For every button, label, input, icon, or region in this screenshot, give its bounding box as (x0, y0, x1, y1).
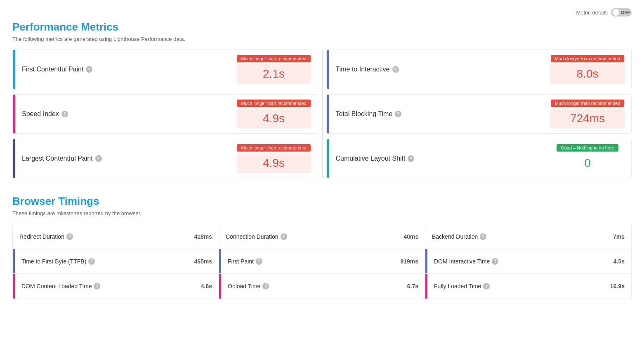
metric-card-time-to-interactive: Time to Interactive?Much longer than rec… (326, 50, 632, 89)
metric-value-first-contentful-paint: 2.1s (263, 67, 285, 80)
timing-help-icon[interactable]: ? (483, 283, 490, 289)
metric-label-time-to-interactive: Time to Interactive? (336, 66, 547, 73)
timing-help-icon[interactable]: ? (256, 258, 262, 265)
timing-col-2: Backend Duration?7msDOM Interactive Time… (425, 224, 631, 299)
metric-value-area-largest-contentful-paint: Much longer than recommended4.9s (237, 144, 311, 173)
browser-timings-title: Browser Timings (12, 195, 632, 208)
timing-value: 40ms (403, 233, 418, 240)
metric-card-content: Time to Interactive?Much longer than rec… (329, 50, 632, 89)
metric-value-box-largest-contentful-paint: 4.9s (237, 153, 311, 173)
timing-help-icon[interactable]: ? (88, 258, 95, 265)
timing-value: 465ms (194, 258, 212, 265)
timing-help-icon[interactable]: ? (94, 283, 100, 289)
metric-help-speed-index[interactable]: ? (61, 111, 68, 117)
metric-value-total-blocking-time: 724ms (570, 112, 605, 125)
timing-help-icon[interactable]: ? (480, 233, 486, 240)
timing-label: Onload Time? (228, 283, 404, 289)
metric-card-content: Cumulative Layout Shift?Good – Nothing t… (329, 139, 632, 178)
metric-value-box-cumulative-layout-shift: 0 (550, 153, 625, 173)
timing-label: First Paint? (228, 258, 397, 265)
metric-card-speed-index: Speed Index?Much longer than recommended… (12, 94, 318, 134)
timings-wrapper: Redirect Duration?418msTime to First Byt… (12, 224, 632, 299)
metric-value-area-first-contentful-paint: Much longer than recommended2.1s (237, 55, 311, 84)
metric-badge-largest-contentful-paint: Much longer than recommended (237, 144, 310, 152)
metric-value-area-time-to-interactive: Much longer than recommended8.0s (550, 55, 625, 84)
timing-value: 7ms (613, 233, 625, 240)
timing-row: Fully Loaded Time?16.9s (425, 274, 631, 299)
metric-label-cumulative-layout-shift: Cumulative Layout Shift? (336, 155, 547, 162)
timing-label: Redirect Duration? (19, 233, 191, 240)
timing-row: DOM Content Loaded Time?4.6s (13, 274, 219, 299)
metric-details-row: Metric details OFF (12, 8, 632, 17)
performance-grid: First Contentful Paint?Much longer than … (12, 50, 632, 178)
timing-value: 6.7s (407, 283, 418, 289)
metric-details-toggle[interactable]: OFF (611, 8, 632, 17)
metric-help-cumulative-layout-shift[interactable]: ? (408, 155, 414, 162)
metric-card-content: Largest Contentful Paint?Much longer tha… (15, 139, 318, 178)
metric-value-box-time-to-interactive: 8.0s (550, 64, 625, 84)
page-container: Metric details OFF Performance Metrics T… (12, 8, 632, 299)
metric-card-largest-contentful-paint: Largest Contentful Paint?Much longer tha… (12, 139, 318, 178)
metric-value-area-total-blocking-time: Much longer than recommended724ms (550, 100, 625, 128)
timing-label: Backend Duration? (432, 233, 610, 240)
timing-row: Backend Duration?7ms (425, 224, 631, 249)
timing-help-icon[interactable]: ? (262, 283, 269, 289)
metric-label-first-contentful-paint: First Contentful Paint? (22, 66, 233, 73)
performance-metrics-section: Performance Metrics The following metric… (12, 21, 632, 178)
timing-label: Time to First Byte (TTFB)? (21, 258, 191, 265)
browser-timings-subtitle: These timings are milestones reported by… (12, 210, 632, 216)
metric-label-largest-contentful-paint: Largest Contentful Paint? (22, 155, 233, 162)
perf-col-right: Time to Interactive?Much longer than rec… (326, 50, 632, 178)
timing-help-icon[interactable]: ? (492, 258, 498, 265)
metric-label-speed-index: Speed Index? (22, 110, 233, 118)
timing-row: Time to First Byte (TTFB)?465ms (13, 249, 219, 274)
metric-value-speed-index: 4.9s (263, 112, 285, 125)
perf-col-left: First Contentful Paint?Much longer than … (12, 50, 318, 178)
metric-card-first-contentful-paint: First Contentful Paint?Much longer than … (12, 50, 318, 89)
timing-label: Connection Duration? (226, 233, 400, 240)
metric-value-time-to-interactive: 8.0s (577, 67, 599, 80)
metric-details-label: Metric details (576, 9, 608, 16)
metric-badge-speed-index: Much longer than recommended (237, 100, 310, 107)
timing-col-0: Redirect Duration?418msTime to First Byt… (13, 224, 219, 299)
metric-badge-time-to-interactive: Much longer than recommended (551, 55, 624, 62)
timing-value: 819ms (400, 258, 418, 265)
timing-row: Onload Time?6.7s (219, 274, 425, 299)
metric-card-content: First Contentful Paint?Much longer than … (15, 50, 318, 89)
metric-help-first-contentful-paint[interactable]: ? (86, 66, 92, 73)
metric-label-total-blocking-time: Total Blocking Time? (336, 110, 547, 118)
metric-badge-cumulative-layout-shift: Good – Nothing to do here (557, 144, 618, 152)
timing-col-1: Connection Duration?40msFirst Paint?819m… (219, 224, 425, 299)
timing-value: 16.9s (610, 283, 625, 289)
metric-value-largest-contentful-paint: 4.9s (263, 157, 285, 169)
timing-value: 4.5s (613, 258, 625, 265)
metric-card-cumulative-layout-shift: Cumulative Layout Shift?Good – Nothing t… (326, 139, 632, 178)
metric-value-area-speed-index: Much longer than recommended4.9s (237, 100, 311, 128)
browser-timings-section: Browser Timings These timings are milest… (12, 195, 632, 299)
toggle-off-label: OFF (621, 10, 630, 15)
metric-badge-first-contentful-paint: Much longer than recommended (237, 55, 310, 62)
metric-help-largest-contentful-paint[interactable]: ? (95, 155, 102, 162)
metric-value-box-total-blocking-time: 724ms (550, 109, 625, 128)
timing-row: Connection Duration?40ms (219, 224, 425, 249)
timing-value: 4.6s (201, 283, 212, 289)
performance-subtitle: The following metrics are generated usin… (12, 36, 632, 42)
metric-help-total-blocking-time[interactable]: ? (395, 111, 401, 117)
metric-card-content: Speed Index?Much longer than recommended… (15, 95, 318, 133)
metric-value-cumulative-layout-shift: 0 (584, 157, 591, 169)
timing-value: 418ms (194, 233, 212, 240)
timing-help-icon[interactable]: ? (281, 233, 287, 240)
timing-row: First Paint?819ms (219, 249, 425, 274)
metric-card-total-blocking-time: Total Blocking Time?Much longer than rec… (326, 94, 632, 134)
timing-row: DOM Interactive Time?4.5s (425, 249, 631, 274)
metric-value-area-cumulative-layout-shift: Good – Nothing to do here0 (550, 144, 625, 173)
timing-label: DOM Content Loaded Time? (21, 283, 198, 289)
performance-title: Performance Metrics (12, 21, 632, 33)
timing-label: DOM Interactive Time? (434, 258, 610, 265)
timing-help-icon[interactable]: ? (66, 233, 73, 240)
metric-card-content: Total Blocking Time?Much longer than rec… (329, 95, 632, 133)
timing-label: Fully Loaded Time? (434, 283, 607, 289)
metric-value-box-first-contentful-paint: 2.1s (237, 64, 311, 84)
metric-help-time-to-interactive[interactable]: ? (392, 66, 399, 73)
toggle-knob (613, 9, 619, 16)
